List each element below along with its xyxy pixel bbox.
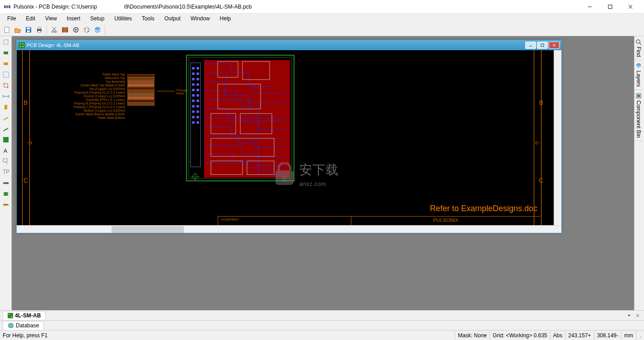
svg-point-68 <box>196 78 199 80</box>
child-minimize-button[interactable] <box>525 42 536 49</box>
menu-utilities[interactable]: Utilities <box>110 14 136 23</box>
minimize-button[interactable] <box>579 0 600 14</box>
crop-tool[interactable] <box>1 80 11 90</box>
tab-close-button[interactable] <box>634 312 641 319</box>
rect-yellow-tool[interactable] <box>1 59 11 69</box>
svg-point-79 <box>192 110 195 113</box>
settings-button[interactable] <box>71 25 81 35</box>
menu-output[interactable]: Output <box>160 14 185 23</box>
svg-rect-27 <box>4 40 8 44</box>
svg-point-55 <box>20 46 21 47</box>
open-button[interactable] <box>13 25 23 35</box>
multicolor-tool[interactable] <box>1 178 11 188</box>
line-green-tool[interactable] <box>1 124 11 134</box>
svg-rect-35 <box>3 137 9 142</box>
svg-point-63 <box>192 67 195 70</box>
svg-point-53 <box>20 43 21 44</box>
horizontal-scrollbar[interactable] <box>17 225 561 233</box>
svg-line-16 <box>53 27 56 31</box>
component-bin-icon <box>635 93 642 99</box>
select-tool[interactable] <box>1 37 11 47</box>
component-bin-panel-tab[interactable]: Component Bin <box>635 90 643 141</box>
svg-point-25 <box>85 30 86 32</box>
row-label-b-left: B <box>23 99 28 106</box>
menu-view[interactable]: View <box>41 14 61 23</box>
svg-rect-1 <box>6 5 8 8</box>
svg-point-64 <box>196 67 199 70</box>
svg-rect-30 <box>3 72 9 77</box>
line-yellow-tool[interactable] <box>1 113 11 123</box>
pcb-board <box>186 55 294 181</box>
document-tabs: 4L-SM-AB <box>0 310 644 320</box>
colors-button[interactable] <box>82 25 92 35</box>
menu-window[interactable]: Window <box>186 14 215 23</box>
menu-bar: File Edit View Insert Setup Utilities To… <box>0 14 644 24</box>
svg-rect-43 <box>4 192 8 196</box>
svg-point-81 <box>192 116 195 118</box>
layers-icon <box>635 63 642 69</box>
status-x: 243.157+ <box>565 331 593 340</box>
svg-point-83 <box>192 121 195 124</box>
svg-point-82 <box>196 116 199 118</box>
svg-point-72 <box>196 89 199 91</box>
doc-tab-4l-sm-ab[interactable]: 4L-SM-AB <box>3 311 46 320</box>
rect-green-tool[interactable] <box>1 48 11 58</box>
fill-green-tool[interactable] <box>1 135 11 145</box>
pcb-icon <box>19 42 25 48</box>
row-label-b-right: B <box>539 99 543 106</box>
svg-line-38 <box>5 162 8 164</box>
menu-edit[interactable]: Edit <box>21 14 40 23</box>
tab-dropdown-button[interactable] <box>625 312 633 319</box>
frame-select-tool[interactable] <box>1 70 11 80</box>
save-button[interactable] <box>23 25 33 35</box>
menu-tools[interactable]: Tools <box>137 14 159 23</box>
pad-tool[interactable] <box>1 102 11 112</box>
svg-rect-29 <box>4 62 8 65</box>
svg-point-66 <box>196 72 199 75</box>
svg-point-112 <box>640 337 641 338</box>
svg-point-26 <box>88 30 89 32</box>
testpoint-tool[interactable]: TP1 <box>1 167 11 177</box>
new-button[interactable] <box>2 25 12 35</box>
find-panel-tab[interactable]: Find <box>635 36 643 60</box>
child-window-titlebar[interactable]: PCB Design: 4L-SM-AB <box>17 40 561 50</box>
status-unit: mm <box>621 331 636 340</box>
component-tool[interactable] <box>1 189 11 199</box>
svg-rect-37 <box>3 159 7 162</box>
text-tool[interactable]: A <box>1 146 11 156</box>
print-button[interactable] <box>34 25 44 35</box>
svg-point-73 <box>192 94 195 97</box>
svg-point-22 <box>84 27 89 33</box>
svg-rect-40 <box>3 182 5 184</box>
menu-help[interactable]: Help <box>215 14 236 23</box>
frame-mark-left <box>27 140 33 146</box>
maximize-button[interactable] <box>600 0 620 14</box>
close-button[interactable] <box>620 0 640 14</box>
svg-rect-12 <box>38 27 41 29</box>
database-icon <box>8 323 14 328</box>
vertical-scrollbar[interactable] <box>554 50 561 225</box>
measure-tool[interactable] <box>1 200 11 210</box>
child-maximize-button[interactable] <box>537 42 548 49</box>
svg-rect-0 <box>4 5 6 8</box>
layers-panel-tab[interactable]: Layers <box>635 60 643 90</box>
svg-point-15 <box>55 31 56 33</box>
status-grid: Grid: <Working> 0.635 <box>490 331 550 340</box>
menu-insert[interactable]: Insert <box>62 14 85 23</box>
menu-file[interactable]: File <box>3 14 20 23</box>
dimension-tool[interactable] <box>1 91 11 101</box>
through-holes-line <box>157 91 175 91</box>
cut-button[interactable] <box>49 25 59 35</box>
workspace: PCB Design: 4L-SM-AB B C B C <box>12 36 644 310</box>
child-close-button[interactable] <box>549 42 560 49</box>
library-button[interactable] <box>60 25 70 35</box>
database-tab[interactable]: Database <box>3 321 44 330</box>
pcb-canvas[interactable]: B C B C Paste Mask TopSilkscreen TopTop … <box>17 50 554 225</box>
menu-setup[interactable]: Setup <box>86 14 109 23</box>
refer-text: Refer to ExampleDesigns.doc <box>430 204 537 213</box>
layers-button[interactable] <box>93 25 103 35</box>
resize-grip[interactable] <box>636 331 644 340</box>
app-path: i9\Documents\Pulsonix10.5\Examples\4L-SM… <box>124 4 252 10</box>
row-label-c-left: C <box>23 177 28 184</box>
callout-tool[interactable] <box>1 156 11 166</box>
